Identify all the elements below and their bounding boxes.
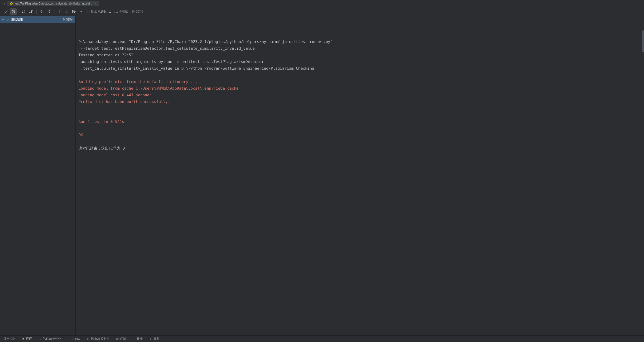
console-line: [78, 112, 641, 118]
status-pass-count: 1: [109, 10, 111, 13]
bottom-tab-problems[interactable]: 问题: [116, 337, 126, 341]
bottom-tab-run[interactable]: 运行: [22, 337, 32, 341]
bottom-tab-terminal[interactable]: 终端: [132, 337, 142, 341]
svg-rect-4: [31, 11, 32, 11]
svg-point-8: [87, 338, 89, 340]
console-line: .test_calculate_similarity_invalid_value…: [78, 65, 641, 72]
collapse-all-button[interactable]: [46, 8, 52, 15]
console-line: D:\anacoda\python.exe "D:/Program Files/…: [78, 39, 641, 45]
run-tab-bar: 行: test.TestPlagiarismDetector.test_calc…: [0, 0, 644, 7]
services-label: 服务: [154, 337, 159, 341]
expand-all-button[interactable]: [38, 8, 45, 15]
console-line: Building prefix dict from the default di…: [78, 79, 641, 85]
tab-title: test.TestPlagiarismDetector.test_calcula…: [14, 2, 92, 5]
check-icon: [6, 18, 9, 21]
sort-alpha-button[interactable]: az: [21, 8, 27, 15]
test-root-label: 测试结果: [11, 17, 23, 22]
python-icon: [87, 337, 90, 340]
chevron-down-icon: ▾: [2, 18, 5, 21]
toolbar-separator: [54, 9, 54, 14]
svg-text:z: z: [24, 12, 25, 13]
console-output[interactable]: D:\anacoda\python.exe "D:/Program Files/…: [76, 16, 644, 335]
svg-rect-10: [133, 338, 135, 340]
svg-point-11: [150, 338, 152, 339]
test-status-text: 测试 已通过: 1 共 1 个测试 – 540毫秒: [86, 10, 143, 14]
console-line: Testing started at 22:52 ...: [78, 52, 641, 59]
console-line: Loading model cost 0.441 seconds.: [78, 92, 641, 99]
bottom-tab-python-console[interactable]: Python 控制台: [87, 337, 109, 341]
console-line: 进程已结束，退出代码为 0: [78, 145, 641, 152]
test-results-root[interactable]: ▾ 测试结果 540毫秒: [0, 16, 75, 23]
status-time: – 540毫秒: [130, 10, 144, 14]
bottom-tab-vcs[interactable]: 版本控制: [4, 337, 15, 341]
svg-rect-7: [68, 338, 70, 340]
warning-icon: [116, 337, 119, 340]
console-line: Loading model from cache C:\Users\陈国威\Ap…: [78, 85, 641, 92]
close-tab-icon[interactable]: ×: [95, 2, 96, 5]
python-test-icon: [10, 2, 13, 5]
status-total: 共 1 个测试: [112, 10, 128, 14]
console-line: Launching unittests with arguments pytho…: [78, 59, 641, 65]
tab-prefix: 行:: [2, 2, 6, 6]
play-icon: [22, 337, 25, 340]
problems-label: 问题: [120, 337, 126, 341]
console-line: [78, 72, 641, 79]
console-line: Ran 1 test in 0.541s: [78, 118, 641, 125]
todo-label: TODO: [72, 337, 80, 340]
toolbar-separator: [18, 9, 19, 14]
show-passed-button[interactable]: [3, 8, 10, 15]
show-ignored-button[interactable]: [10, 8, 17, 15]
console-line: [78, 125, 641, 132]
vcs-label: 版本控制: [4, 337, 15, 341]
more-actions-button[interactable]: »: [78, 8, 84, 15]
sort-duration-button[interactable]: [28, 8, 34, 15]
import-tests-button[interactable]: [70, 8, 77, 15]
python-console-label: Python 控制台: [91, 337, 109, 341]
bottom-tab-todo[interactable]: TODO: [68, 337, 80, 340]
console-line: [78, 138, 641, 145]
bottom-tab-python-packages[interactable]: Python 软件包: [38, 337, 61, 341]
svg-rect-5: [31, 12, 32, 12]
terminal-label: 终端: [137, 337, 142, 341]
test-root-time: 540毫秒: [62, 18, 73, 22]
svg-rect-6: [31, 12, 32, 13]
console-line: OK: [78, 132, 641, 138]
minimize-panel-button[interactable]: —: [637, 2, 640, 6]
status-prefix: 测试 已通过:: [90, 10, 108, 14]
test-tree-panel[interactable]: ▾ 测试结果 540毫秒: [0, 16, 76, 335]
test-toolbar: az » 测试 已通过: 1 共 1 个测试 – 540毫秒: [0, 7, 644, 16]
run-label: 运行: [26, 337, 32, 341]
console-line: Prefix dict has been built successfully.: [78, 99, 641, 105]
console-line: --target test.TestPlagiarismDetector.tes…: [78, 45, 641, 52]
todo-icon: [68, 337, 70, 340]
check-icon: [86, 10, 89, 13]
bottom-tab-services[interactable]: 服务: [149, 337, 159, 341]
toolbar-separator: [36, 9, 36, 14]
terminal-icon: [132, 337, 136, 340]
previous-failed-button[interactable]: [56, 8, 63, 15]
console-scroll-thumb[interactable]: [642, 31, 644, 52]
console-line: [78, 105, 641, 112]
next-failed-button[interactable]: [64, 8, 70, 15]
python-packages-label: Python 软件包: [43, 337, 61, 341]
run-configuration-tab[interactable]: test.TestPlagiarismDetector.test_calcula…: [7, 1, 99, 6]
bottom-tool-bar: 版本控制 运行 Python 软件包 TODO Python 控制台 问题 终端…: [0, 335, 644, 342]
main-split: ▾ 测试结果 540毫秒 D:\anacoda\python.exe "D:/P…: [0, 16, 644, 335]
package-icon: [38, 337, 41, 340]
services-icon: [149, 337, 152, 340]
svg-text:a: a: [24, 10, 25, 12]
